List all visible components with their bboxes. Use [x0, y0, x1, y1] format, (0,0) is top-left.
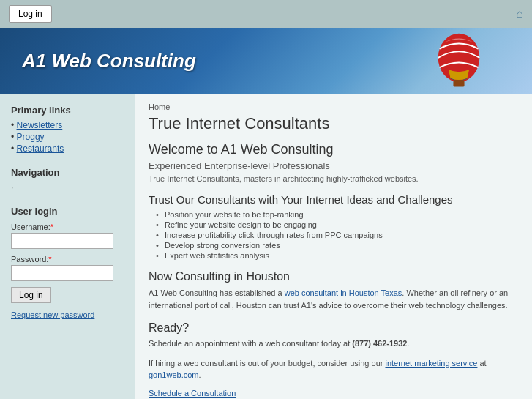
header-banner: A1 Web Consulting: [0, 28, 532, 94]
user-login-title: User login: [11, 206, 124, 217]
content-area: Home True Internet Consultants Welcome t…: [135, 94, 532, 399]
ready-heading: Ready?: [149, 321, 519, 335]
svg-rect-1: [453, 80, 464, 86]
primary-links-list: Newsletters Proggy Restaurants: [11, 120, 124, 154]
bullet-item: Develop strong conversion rates: [156, 241, 519, 250]
required-star: *: [50, 223, 53, 231]
navigation-dots: ·: [11, 182, 124, 193]
main-container: Primary links Newsletters Proggy Restaur…: [0, 94, 532, 399]
bullet-list: Position your website to be top-ranking …: [156, 210, 519, 260]
consulting-text: A1 Web Consulting has established a web …: [149, 287, 519, 311]
subheading: Experienced Enterprise-level Professiona…: [149, 160, 519, 171]
username-label: Username:*: [11, 223, 124, 231]
navigation-title: Navigation: [11, 167, 124, 178]
houston-consultant-link[interactable]: web consultant in Houston Texas: [285, 288, 402, 297]
gon1web-link[interactable]: gon1web.com: [149, 370, 199, 379]
balloon-decoration: [430, 31, 488, 94]
list-item: Newsletters: [11, 120, 124, 130]
login-submit-button[interactable]: Log in: [11, 287, 51, 303]
sidebar: Primary links Newsletters Proggy Restaur…: [0, 94, 135, 399]
primary-links-title: Primary links: [11, 105, 124, 116]
phone-number: (877) 462-1932: [352, 339, 407, 348]
login-button[interactable]: Log in: [9, 5, 52, 23]
bullet-item: Expert web statistics analysis: [156, 251, 519, 260]
password-label: Password:*: [11, 255, 124, 264]
breadcrumb: Home: [149, 102, 519, 111]
now-consulting-heading: Now Consulting in Houston: [149, 270, 519, 283]
ready-text: Schedule an appointment with a web consu…: [149, 338, 519, 350]
user-login-section: User login Username:* Password:* Log in …: [11, 206, 124, 320]
list-item: Restaurants: [11, 143, 124, 154]
proggy-link[interactable]: Proggy: [17, 132, 45, 142]
bullet-item: Increase profitability click-through rat…: [156, 231, 519, 239]
primary-links-section: Primary links Newsletters Proggy Restaur…: [11, 105, 124, 154]
restaurants-link[interactable]: Restaurants: [17, 143, 64, 154]
internet-marketing-link[interactable]: internet marketing service: [385, 359, 477, 368]
top-bar: Log in ⌂: [0, 0, 532, 28]
welcome-heading: Welcome to A1 Web Consulting: [149, 142, 519, 157]
request-new-password-link[interactable]: Request new password: [11, 310, 94, 319]
required-star-password: *: [48, 255, 51, 264]
schedule-consultation-link[interactable]: Schedule a Consultation: [149, 389, 519, 398]
list-item: Proggy: [11, 132, 124, 142]
site-title: A1 Web Consulting: [22, 50, 196, 72]
budget-text: If hiring a web consultant is out of you…: [149, 357, 519, 381]
intro-text: True Internet Consultants, masters in ar…: [149, 174, 519, 183]
page-title: True Internet Consultants: [149, 114, 519, 133]
bullet-item: Position your website to be top-ranking: [156, 210, 519, 219]
home-icon[interactable]: ⌂: [516, 7, 523, 20]
password-input[interactable]: [11, 265, 113, 281]
username-input[interactable]: [11, 233, 113, 249]
bullet-item: Refine your website design to be engagin…: [156, 220, 519, 229]
navigation-section: Navigation ·: [11, 167, 124, 193]
trust-heading: Trust Our Consultants with Your Internet…: [149, 193, 519, 206]
newsletters-link[interactable]: Newsletters: [17, 120, 63, 130]
